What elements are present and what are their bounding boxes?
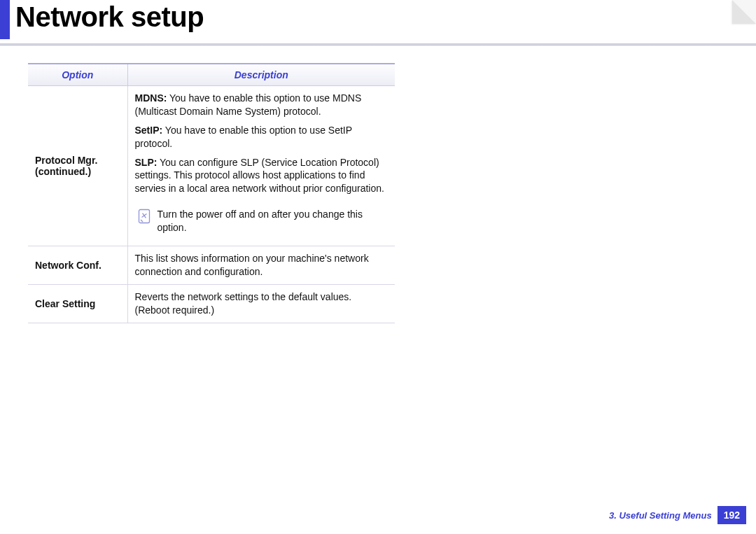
- table-row-network-conf: Network Conf. This list shows informatio…: [28, 246, 395, 285]
- mdns-text: You have to enable this option to use MD…: [135, 92, 362, 117]
- note-text: Turn the power off and on after you chan…: [158, 208, 388, 234]
- option-cell: Network Conf.: [28, 246, 127, 285]
- desc-paragraph: SetIP: You have to enable this option to…: [135, 124, 388, 150]
- header-accent-bar: [0, 0, 10, 39]
- mdns-label: MDNS:: [135, 92, 167, 104]
- page-title: Network setup: [15, 0, 204, 31]
- footer-section-label: 3. Useful Setting Menus: [609, 510, 712, 521]
- page-footer: 3. Useful Setting Menus 192: [609, 506, 746, 524]
- description-cell: Reverts the network settings to the defa…: [127, 284, 395, 323]
- footer-page-number: 192: [718, 506, 746, 524]
- setip-label: SetIP:: [135, 125, 163, 136]
- slp-label: SLP:: [135, 157, 158, 168]
- setip-text: You have to enable this option to use Se…: [135, 125, 352, 149]
- table-row-clear-setting: Clear Setting Reverts the network settin…: [28, 284, 395, 323]
- slp-text: You can configure SLP (Service Location …: [135, 157, 384, 195]
- column-header-option: Option: [28, 64, 127, 86]
- desc-paragraph: SLP: You can configure SLP (Service Loca…: [135, 156, 388, 196]
- description-cell: MDNS: You have to enable this option to …: [127, 86, 395, 246]
- options-table: Option Description Protocol Mgr. (contin…: [28, 63, 395, 323]
- option-cell: Protocol Mgr. (continued.): [28, 86, 127, 246]
- page-header: Network setup: [0, 0, 756, 39]
- note-block: Turn the power off and on after you chan…: [135, 208, 388, 234]
- description-cell: This list shows information on your mach…: [127, 246, 395, 285]
- column-header-description: Description: [127, 64, 395, 86]
- page-corner-fold-icon: [732, 0, 756, 24]
- content-area: Option Description Protocol Mgr. (contin…: [0, 45, 756, 323]
- option-cell: Clear Setting: [28, 284, 127, 323]
- note-icon: [138, 209, 150, 224]
- table-row-protocol-mgr: Protocol Mgr. (continued.) MDNS: You hav…: [28, 86, 395, 246]
- desc-paragraph: MDNS: You have to enable this option to …: [135, 92, 388, 118]
